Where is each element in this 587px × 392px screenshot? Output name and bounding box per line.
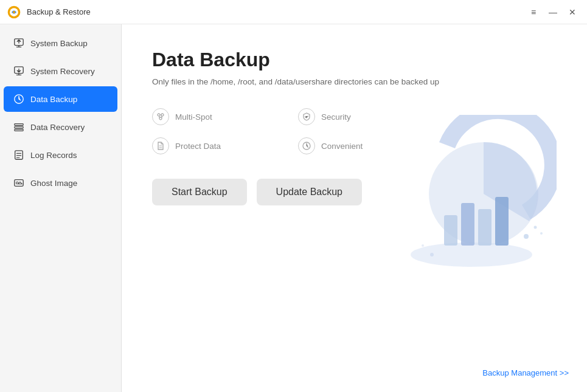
data-backup-icon [13, 94, 24, 105]
sidebar-item-system-backup[interactable]: System Backup [4, 30, 117, 56]
minimize-button[interactable]: — [546, 5, 560, 19]
window-controls: ≡ — ✕ [526, 5, 580, 19]
sidebar: System Backup System Recovery Data B [0, 24, 122, 392]
title-bar: Backup & Restore ≡ — ✕ [0, 0, 587, 24]
app-body: System Backup System Recovery Data B [0, 24, 587, 392]
content-area: Data Backup Only files in the /home, /ro… [122, 24, 587, 392]
sidebar-label-data-backup: Data Backup [30, 95, 77, 104]
features-grid: Multi-Spot Security [152, 108, 420, 154]
backup-illustration [386, 115, 557, 285]
convenient-icon [298, 137, 315, 154]
svg-point-13 [161, 114, 164, 116]
sidebar-label-data-recovery: Data Recovery [30, 123, 85, 132]
sidebar-item-system-recovery[interactable]: System Recovery [4, 58, 117, 84]
svg-rect-7 [15, 126, 23, 128]
multi-spot-icon [152, 108, 169, 125]
app-logo [7, 5, 21, 19]
sidebar-label-ghost-image: Ghost Image [30, 179, 77, 188]
svg-rect-19 [461, 203, 474, 246]
sidebar-item-data-recovery[interactable]: Data Recovery [4, 114, 117, 140]
svg-rect-6 [15, 124, 23, 126]
svg-point-2 [13, 10, 15, 13]
sidebar-item-data-backup[interactable]: Data Backup [4, 86, 117, 112]
svg-point-22 [524, 234, 529, 239]
svg-rect-18 [444, 215, 457, 246]
page-title: Data Backup [152, 49, 557, 71]
app-title: Backup & Restore [27, 7, 526, 16]
backup-management-link[interactable]: Backup Management >> [482, 368, 569, 377]
svg-rect-20 [478, 209, 491, 246]
svg-rect-21 [495, 197, 509, 246]
system-recovery-icon [13, 66, 24, 77]
log-records-icon [13, 150, 24, 160]
feature-security-label: Security [321, 112, 351, 122]
feature-convenient-label: Convenient [321, 142, 363, 151]
svg-point-14 [159, 117, 162, 120]
data-recovery-icon [13, 122, 24, 132]
sidebar-label-system-recovery: System Recovery [30, 67, 95, 76]
feature-protect-data: Protect Data [152, 137, 274, 154]
svg-point-12 [158, 114, 160, 116]
sidebar-item-ghost-image[interactable]: Ghost Image [4, 170, 117, 196]
system-backup-icon [13, 38, 24, 49]
feature-protect-data-label: Protect Data [175, 142, 221, 151]
ghost-image-icon [13, 177, 24, 188]
page-subtitle: Only files in the /home, /root, and /dat… [152, 77, 557, 86]
sidebar-label-system-backup: System Backup [30, 39, 88, 48]
feature-multi-spot: Multi-Spot [152, 108, 274, 125]
feature-multi-spot-label: Multi-Spot [175, 112, 212, 122]
svg-point-11 [16, 182, 19, 184]
svg-point-26 [422, 244, 424, 247]
svg-point-23 [534, 225, 537, 229]
svg-point-25 [430, 253, 434, 256]
sidebar-item-log-records[interactable]: Log Records [4, 142, 117, 168]
protect-data-icon [152, 137, 169, 154]
svg-rect-8 [15, 129, 23, 131]
svg-point-24 [540, 232, 543, 235]
svg-point-16 [411, 242, 532, 267]
start-backup-button[interactable]: Start Backup [152, 179, 247, 205]
sidebar-label-log-records: Log Records [30, 151, 77, 160]
update-backup-button[interactable]: Update Backup [257, 179, 362, 205]
menu-button[interactable]: ≡ [526, 5, 541, 19]
security-icon [298, 108, 315, 125]
close-button[interactable]: ✕ [565, 5, 580, 19]
